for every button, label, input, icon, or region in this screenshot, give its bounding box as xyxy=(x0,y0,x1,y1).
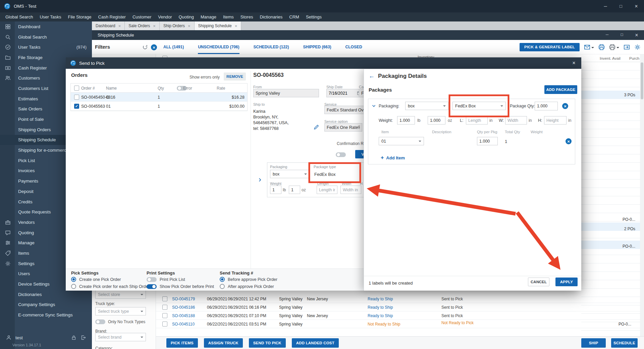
menu-item[interactable]: CRM xyxy=(286,14,303,19)
ship-button[interactable]: SHIP xyxy=(581,338,606,348)
edit-address-icon[interactable] xyxy=(314,124,319,130)
item-qty-per-pkg-input[interactable] xyxy=(477,137,498,145)
row-checkbox[interactable] xyxy=(162,296,167,301)
ship-status-link[interactable]: Not Ready to Ship xyxy=(368,322,400,327)
order-row[interactable]: SO-0045450-D 0316 1 $16.28 xyxy=(71,93,247,102)
table-row[interactable]: SO-0045110 06/22/2021 06/22/2021 03:51 P… xyxy=(92,320,640,328)
menu-item[interactable]: Settings xyxy=(303,14,325,19)
item-select[interactable]: 01 xyxy=(379,137,424,145)
maximize-icon[interactable] xyxy=(613,0,629,12)
print-setting-toggle[interactable]: Print Pick List xyxy=(147,277,214,282)
pd-weight-lb-input[interactable] xyxy=(397,116,415,124)
sidebar-item[interactable]: E-commerce Sync Settings xyxy=(0,310,92,320)
expand-package-icon[interactable] xyxy=(258,178,262,182)
service-option-input[interactable] xyxy=(324,123,362,132)
sidebar-item[interactable]: Global Search xyxy=(0,32,92,42)
pick-generate-label-button[interactable]: PICK & GENERATE LABEL xyxy=(520,43,580,51)
tab-close-icon[interactable] xyxy=(188,23,191,29)
order-number-link[interactable]: SO-0045188 xyxy=(172,313,195,318)
pd-length-input[interactable] xyxy=(466,116,488,124)
pd-height-input[interactable] xyxy=(544,116,567,124)
order-number-link[interactable]: SO-0045186 xyxy=(172,305,195,310)
cancel-button[interactable]: CANCEL xyxy=(528,278,549,286)
document-tab[interactable]: Ship Orders xyxy=(160,21,195,30)
status-tab[interactable]: SCHEDULED (122) xyxy=(254,40,289,54)
order-number-link[interactable]: SO-0045179 xyxy=(172,297,195,301)
row-checkbox[interactable] xyxy=(162,313,167,318)
weight-lb-input[interactable] xyxy=(270,186,281,194)
document-tab[interactable]: Dashboard xyxy=(92,21,125,30)
status-tab[interactable]: SHIPPED (663) xyxy=(303,40,331,54)
collapse-package-icon[interactable] xyxy=(372,104,376,108)
ship-status-link[interactable]: Ready to Ship xyxy=(368,297,393,301)
orders-select-all-checkbox[interactable] xyxy=(74,86,79,91)
toggle-icon[interactable] xyxy=(147,277,157,282)
action-button[interactable]: SEND TO PICK xyxy=(249,338,286,348)
pd-width-input[interactable] xyxy=(505,116,527,124)
sidebar-item[interactable]: User Tasks (974) xyxy=(0,42,92,52)
length-input[interactable] xyxy=(317,186,337,194)
from-input[interactable] xyxy=(253,89,319,97)
truck-type-select[interactable]: Select truck type xyxy=(95,307,146,315)
add-item-link[interactable]: Add Item xyxy=(381,155,405,161)
weight-oz-input[interactable] xyxy=(289,186,300,194)
table-row[interactable]: SO-0045179 06/29/2021 06/29/2021 12:42 P… xyxy=(92,295,640,303)
minimize-icon[interactable] xyxy=(598,0,613,12)
row-checkbox[interactable] xyxy=(162,305,167,310)
tab-close-icon[interactable] xyxy=(235,23,237,29)
action-button[interactable]: ASSIGN TRUCK xyxy=(204,338,243,348)
store-filter-select[interactable]: Select store xyxy=(95,290,146,299)
radio-icon[interactable] xyxy=(220,284,225,289)
tab-close-icon[interactable] xyxy=(153,23,156,29)
order-number-link[interactable]: SO-0045563 xyxy=(81,104,105,109)
order-number-link[interactable]: SO-0045450-D xyxy=(81,95,109,100)
status-tab[interactable]: CLOSED xyxy=(345,40,362,54)
action-button[interactable]: ADD LANDED COST xyxy=(292,338,339,348)
ship-status-link[interactable]: Ready to Ship xyxy=(368,305,393,310)
status-tab[interactable]: ALL (1491) xyxy=(163,40,184,54)
tracking-setting-option[interactable]: Before approve Pick Order xyxy=(220,277,277,282)
remove-button[interactable]: REMOVE xyxy=(224,72,246,81)
scrollbar-thumb[interactable] xyxy=(641,62,643,99)
clear-filters-icon[interactable] xyxy=(151,44,157,50)
menu-item[interactable]: Vendor xyxy=(155,14,175,19)
menu-item[interactable]: Quoting xyxy=(175,14,197,19)
menu-item[interactable]: User Tasks xyxy=(36,14,64,19)
apply-button[interactable]: APPLY xyxy=(555,278,578,286)
brand-select[interactable]: Select brand xyxy=(95,333,146,341)
tracking-setting-option[interactable]: After approve Pick Order xyxy=(220,284,277,289)
refresh-filters-icon[interactable] xyxy=(142,44,148,50)
email-label-button[interactable] xyxy=(584,44,594,50)
pick-setting-option[interactable]: Create Pick order for each Ship Order xyxy=(71,284,150,289)
menu-item[interactable]: Global Search xyxy=(2,14,36,19)
export-button[interactable] xyxy=(624,44,630,50)
vertical-scrollbar[interactable] xyxy=(640,54,644,336)
menu-item[interactable]: File Storage xyxy=(64,14,95,19)
only-no-truck-toggle[interactable] xyxy=(95,319,105,324)
package-type-select[interactable]: FedEx Box xyxy=(452,102,506,110)
document-tab[interactable]: Shipping Schedule xyxy=(195,21,241,30)
table-row[interactable]: SO-0045186 06/29/2021 06/29/2021 06:16 P… xyxy=(92,303,640,311)
print-button[interactable] xyxy=(609,44,619,50)
menu-item[interactable]: Items xyxy=(220,14,237,19)
confirmation-toggle[interactable] xyxy=(336,152,346,157)
order-checkbox[interactable] xyxy=(74,95,79,100)
sidebar-item[interactable]: Dashboard xyxy=(0,21,92,32)
menu-item[interactable]: Manage xyxy=(197,14,220,19)
remove-item-icon[interactable] xyxy=(566,138,572,144)
pd-weight-oz-input[interactable] xyxy=(428,116,445,124)
radio-icon[interactable] xyxy=(71,277,76,282)
ship-status-link[interactable]: Ready to Ship xyxy=(368,313,393,318)
order-row[interactable]: SO-0045563 01 1 $100.00 xyxy=(71,102,247,111)
menu-item[interactable]: Dictionaries xyxy=(256,14,286,19)
width-input[interactable] xyxy=(340,186,361,194)
menu-item[interactable]: Cash Register xyxy=(95,14,129,19)
logout-icon[interactable] xyxy=(80,335,86,340)
inner-restore-icon[interactable] xyxy=(614,32,629,38)
status-tab[interactable]: UNSCHEDULED (706) xyxy=(198,40,239,54)
action-button[interactable]: PICK ITEMS xyxy=(166,338,198,348)
package-qty-input[interactable] xyxy=(535,102,558,110)
print-label-button[interactable] xyxy=(598,44,605,50)
grid-settings-icon[interactable] xyxy=(634,44,641,50)
dialog-close-icon[interactable] xyxy=(567,60,581,66)
